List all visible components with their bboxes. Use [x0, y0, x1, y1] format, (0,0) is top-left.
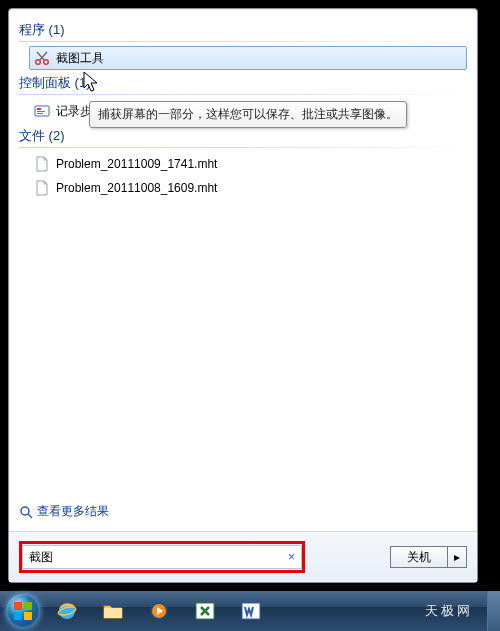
file-icon	[34, 156, 50, 172]
bottom-bar: × 关机 ▸	[9, 531, 477, 582]
shutdown-button[interactable]: 关机	[390, 546, 448, 568]
word-icon	[239, 599, 263, 623]
svg-rect-5	[37, 113, 43, 114]
svg-rect-3	[37, 108, 41, 110]
search-input[interactable]	[22, 545, 302, 569]
taskbar-ie[interactable]	[45, 595, 89, 627]
file-item-label: Problem_20111009_1741.mht	[56, 157, 217, 171]
search-highlight-box: ×	[19, 541, 305, 573]
excel-icon	[193, 599, 217, 623]
taskbar-media-player[interactable]	[137, 595, 181, 627]
show-desktop-button[interactable]	[487, 591, 500, 631]
taskbar-right: 天极网	[425, 591, 500, 631]
scissors-icon	[34, 50, 50, 66]
section-files-header: 文件 (2)	[19, 127, 467, 145]
file-item-label: Problem_20111008_1609.mht	[56, 181, 217, 195]
desktop-frame: 程序 (1) 截图工具 控制面板 (1) 记录步骤以再现问题 文件 (2)	[0, 0, 500, 631]
clear-search-button[interactable]: ×	[288, 550, 295, 564]
divider	[19, 41, 467, 42]
svg-rect-10	[104, 608, 122, 618]
svg-rect-4	[37, 111, 45, 112]
file-item[interactable]: Problem_20111008_1609.mht	[29, 176, 467, 200]
file-item[interactable]: Problem_20111009_1741.mht	[29, 152, 467, 176]
svg-line-7	[28, 514, 32, 518]
shutdown-split-button: 关机 ▸	[390, 546, 467, 568]
results-content: 程序 (1) 截图工具 控制面板 (1) 记录步骤以再现问题 文件 (2)	[9, 9, 477, 492]
section-programs-header: 程序 (1)	[19, 21, 467, 39]
program-item-snipping-tool[interactable]: 截图工具	[29, 46, 467, 70]
mouse-cursor-icon	[83, 71, 103, 100]
magnifier-icon	[19, 505, 33, 519]
start-search-panel: 程序 (1) 截图工具 控制面板 (1) 记录步骤以再现问题 文件 (2)	[8, 8, 478, 583]
start-orb-icon	[6, 594, 40, 628]
tooltip: 捕获屏幕的一部分，这样您可以保存、批注或共享图像。	[89, 101, 407, 128]
folder-icon	[101, 599, 125, 623]
see-more-results[interactable]: 查看更多结果	[19, 503, 109, 520]
taskbar-word[interactable]	[229, 595, 273, 627]
see-more-label: 查看更多结果	[37, 503, 109, 520]
ie-icon	[55, 599, 79, 623]
media-player-icon	[147, 599, 171, 623]
steps-recorder-icon	[34, 103, 50, 119]
taskbar-excel[interactable]	[183, 595, 227, 627]
divider	[19, 147, 467, 148]
program-item-label: 截图工具	[56, 50, 104, 67]
file-icon	[34, 180, 50, 196]
taskbar: 天极网	[0, 591, 500, 631]
watermark-text: 天极网	[425, 602, 473, 620]
taskbar-explorer[interactable]	[91, 595, 135, 627]
shutdown-options-button[interactable]: ▸	[448, 546, 467, 568]
start-button[interactable]	[4, 591, 44, 631]
svg-point-6	[21, 507, 29, 515]
